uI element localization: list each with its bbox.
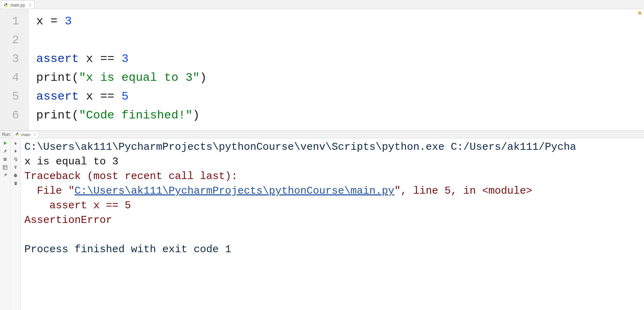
file-tab-label: main.py <box>10 3 25 8</box>
python-file-icon <box>4 3 9 8</box>
console-output[interactable]: C:\Users\ak111\PycharmProjects\pythonCou… <box>21 138 644 310</box>
run-panel: C:\Users\ak111\PycharmProjects\pythonCou… <box>0 138 644 310</box>
soft-wrap-icon[interactable] <box>12 156 20 163</box>
up-arrow-icon[interactable] <box>12 140 20 147</box>
line-number: 6 <box>0 106 28 125</box>
console-command-line: C:\Users\ak111\PycharmProjects\pythonCou… <box>24 141 576 153</box>
scroll-to-end-icon[interactable] <box>12 164 20 171</box>
run-toolbar-primary <box>0 138 10 310</box>
code-editor: 1 2 3 4 5 6 x = 3 assert x == 3 print("x… <box>0 9 644 131</box>
close-icon[interactable]: × <box>29 3 31 8</box>
file-tab-main-py[interactable]: main.py × <box>1 0 34 9</box>
code-line: x = 3 <box>36 15 72 28</box>
line-number: 4 <box>0 68 28 87</box>
close-icon[interactable]: × <box>33 132 36 137</box>
wrench-icon[interactable] <box>1 148 9 155</box>
line-number: 5 <box>0 87 28 106</box>
console-exit-line: Process finished with exit code 1 <box>24 243 231 255</box>
trash-icon[interactable] <box>12 180 20 187</box>
line-number: 3 <box>0 49 28 68</box>
print-icon[interactable] <box>12 172 20 179</box>
rerun-button[interactable] <box>1 140 9 147</box>
layout-icon[interactable] <box>1 164 9 171</box>
code-line: assert x == 3 <box>36 52 129 65</box>
pin-icon[interactable] <box>1 172 9 179</box>
svg-point-1 <box>7 7 7 7</box>
editor-tab-bar: main.py × <box>0 0 644 9</box>
line-number: 2 <box>0 31 28 49</box>
code-line: print("Code finished!") <box>36 109 200 122</box>
python-file-icon <box>15 132 20 138</box>
console-traceback-code: assert x == 5 <box>24 200 131 211</box>
console-error-name: AssertionError <box>24 214 112 226</box>
line-number-gutter: 1 2 3 4 5 6 <box>0 9 29 130</box>
warning-icon[interactable] <box>638 10 642 14</box>
run-label: Run: <box>2 132 11 137</box>
run-tab-main[interactable]: main × <box>13 131 39 138</box>
run-tab-label: main <box>21 132 30 137</box>
svg-point-0 <box>5 3 6 3</box>
console-traceback-header: Traceback (most recent call last): <box>24 170 238 182</box>
console-stdout-line: x is equal to 3 <box>24 156 118 168</box>
console-traceback-file: File "C:\Users\ak111\PycharmProjects\pyt… <box>24 185 532 197</box>
svg-rect-2 <box>3 157 7 161</box>
line-number: 1 <box>0 12 28 31</box>
stop-button[interactable] <box>1 156 9 163</box>
run-toolbar-secondary <box>10 138 21 310</box>
svg-rect-3 <box>3 165 7 169</box>
down-arrow-icon[interactable] <box>12 148 20 155</box>
code-line: print("x is equal to 3") <box>36 71 207 84</box>
traceback-file-link[interactable]: C:\Users\ak111\PycharmProjects\pythonCou… <box>75 185 394 197</box>
code-line: assert x == 5 <box>36 90 129 103</box>
code-text-area[interactable]: x = 3 assert x == 3 print("x is equal to… <box>29 9 207 130</box>
run-panel-header: Run: main × <box>0 131 644 138</box>
